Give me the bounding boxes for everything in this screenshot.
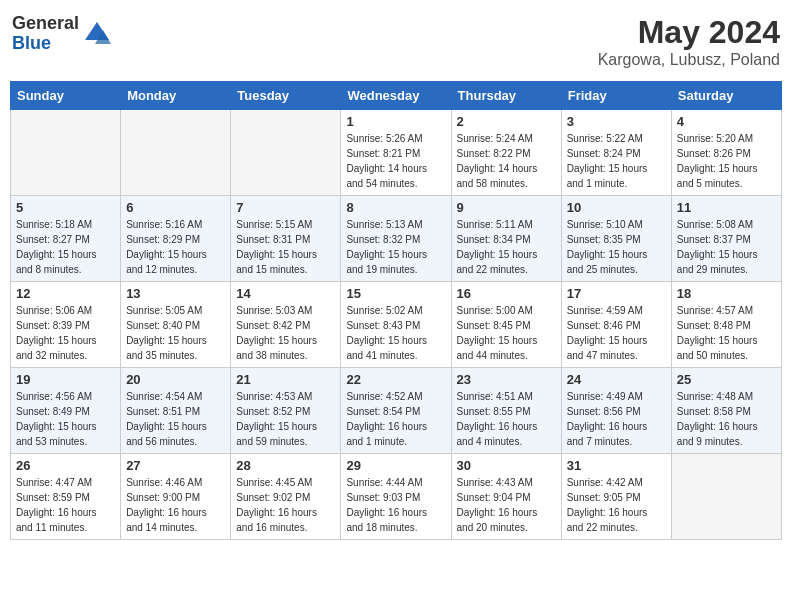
day-number: 2 <box>457 114 556 129</box>
day-info: Sunrise: 5:22 AM Sunset: 8:24 PM Dayligh… <box>567 131 666 191</box>
weekday-header-tuesday: Tuesday <box>231 82 341 110</box>
page-header: General Blue May 2024 Kargowa, Lubusz, P… <box>10 10 782 73</box>
calendar-cell: 9Sunrise: 5:11 AM Sunset: 8:34 PM Daylig… <box>451 196 561 282</box>
day-number: 20 <box>126 372 225 387</box>
day-number: 25 <box>677 372 776 387</box>
calendar-cell: 29Sunrise: 4:44 AM Sunset: 9:03 PM Dayli… <box>341 454 451 540</box>
day-number: 27 <box>126 458 225 473</box>
weekday-header-monday: Monday <box>121 82 231 110</box>
day-number: 23 <box>457 372 556 387</box>
day-number: 6 <box>126 200 225 215</box>
calendar-cell: 10Sunrise: 5:10 AM Sunset: 8:35 PM Dayli… <box>561 196 671 282</box>
calendar-cell: 6Sunrise: 5:16 AM Sunset: 8:29 PM Daylig… <box>121 196 231 282</box>
calendar-cell: 28Sunrise: 4:45 AM Sunset: 9:02 PM Dayli… <box>231 454 341 540</box>
calendar-cell: 17Sunrise: 4:59 AM Sunset: 8:46 PM Dayli… <box>561 282 671 368</box>
calendar-cell: 11Sunrise: 5:08 AM Sunset: 8:37 PM Dayli… <box>671 196 781 282</box>
day-number: 14 <box>236 286 335 301</box>
calendar-week-row: 19Sunrise: 4:56 AM Sunset: 8:49 PM Dayli… <box>11 368 782 454</box>
logo-blue: Blue <box>12 34 79 54</box>
calendar-cell: 22Sunrise: 4:52 AM Sunset: 8:54 PM Dayli… <box>341 368 451 454</box>
title-block: May 2024 Kargowa, Lubusz, Poland <box>598 14 780 69</box>
day-number: 17 <box>567 286 666 301</box>
day-info: Sunrise: 5:10 AM Sunset: 8:35 PM Dayligh… <box>567 217 666 277</box>
calendar-week-row: 12Sunrise: 5:06 AM Sunset: 8:39 PM Dayli… <box>11 282 782 368</box>
calendar-cell: 15Sunrise: 5:02 AM Sunset: 8:43 PM Dayli… <box>341 282 451 368</box>
day-number: 11 <box>677 200 776 215</box>
day-number: 18 <box>677 286 776 301</box>
day-info: Sunrise: 4:59 AM Sunset: 8:46 PM Dayligh… <box>567 303 666 363</box>
day-number: 1 <box>346 114 445 129</box>
calendar-cell <box>231 110 341 196</box>
calendar-cell: 4Sunrise: 5:20 AM Sunset: 8:26 PM Daylig… <box>671 110 781 196</box>
day-info: Sunrise: 5:13 AM Sunset: 8:32 PM Dayligh… <box>346 217 445 277</box>
day-number: 9 <box>457 200 556 215</box>
calendar-cell: 30Sunrise: 4:43 AM Sunset: 9:04 PM Dayli… <box>451 454 561 540</box>
calendar-cell: 12Sunrise: 5:06 AM Sunset: 8:39 PM Dayli… <box>11 282 121 368</box>
day-number: 7 <box>236 200 335 215</box>
main-title: May 2024 <box>598 14 780 51</box>
calendar-week-row: 26Sunrise: 4:47 AM Sunset: 8:59 PM Dayli… <box>11 454 782 540</box>
day-info: Sunrise: 5:16 AM Sunset: 8:29 PM Dayligh… <box>126 217 225 277</box>
calendar-cell: 13Sunrise: 5:05 AM Sunset: 8:40 PM Dayli… <box>121 282 231 368</box>
calendar-cell: 8Sunrise: 5:13 AM Sunset: 8:32 PM Daylig… <box>341 196 451 282</box>
weekday-header-friday: Friday <box>561 82 671 110</box>
calendar-cell <box>121 110 231 196</box>
day-info: Sunrise: 4:46 AM Sunset: 9:00 PM Dayligh… <box>126 475 225 535</box>
weekday-header-row: SundayMondayTuesdayWednesdayThursdayFrid… <box>11 82 782 110</box>
calendar-cell: 26Sunrise: 4:47 AM Sunset: 8:59 PM Dayli… <box>11 454 121 540</box>
day-number: 8 <box>346 200 445 215</box>
day-info: Sunrise: 4:54 AM Sunset: 8:51 PM Dayligh… <box>126 389 225 449</box>
day-number: 12 <box>16 286 115 301</box>
calendar-table: SundayMondayTuesdayWednesdayThursdayFrid… <box>10 81 782 540</box>
day-info: Sunrise: 5:02 AM Sunset: 8:43 PM Dayligh… <box>346 303 445 363</box>
day-info: Sunrise: 5:18 AM Sunset: 8:27 PM Dayligh… <box>16 217 115 277</box>
day-info: Sunrise: 5:20 AM Sunset: 8:26 PM Dayligh… <box>677 131 776 191</box>
subtitle: Kargowa, Lubusz, Poland <box>598 51 780 69</box>
calendar-cell <box>671 454 781 540</box>
day-info: Sunrise: 5:26 AM Sunset: 8:21 PM Dayligh… <box>346 131 445 191</box>
day-info: Sunrise: 4:48 AM Sunset: 8:58 PM Dayligh… <box>677 389 776 449</box>
day-number: 4 <box>677 114 776 129</box>
weekday-header-thursday: Thursday <box>451 82 561 110</box>
calendar-week-row: 5Sunrise: 5:18 AM Sunset: 8:27 PM Daylig… <box>11 196 782 282</box>
day-info: Sunrise: 4:42 AM Sunset: 9:05 PM Dayligh… <box>567 475 666 535</box>
day-info: Sunrise: 4:43 AM Sunset: 9:04 PM Dayligh… <box>457 475 556 535</box>
day-number: 26 <box>16 458 115 473</box>
day-info: Sunrise: 4:52 AM Sunset: 8:54 PM Dayligh… <box>346 389 445 449</box>
day-info: Sunrise: 5:05 AM Sunset: 8:40 PM Dayligh… <box>126 303 225 363</box>
calendar-cell <box>11 110 121 196</box>
day-number: 28 <box>236 458 335 473</box>
day-number: 22 <box>346 372 445 387</box>
day-info: Sunrise: 4:51 AM Sunset: 8:55 PM Dayligh… <box>457 389 556 449</box>
weekday-header-wednesday: Wednesday <box>341 82 451 110</box>
day-info: Sunrise: 5:06 AM Sunset: 8:39 PM Dayligh… <box>16 303 115 363</box>
day-number: 5 <box>16 200 115 215</box>
day-number: 30 <box>457 458 556 473</box>
day-info: Sunrise: 4:45 AM Sunset: 9:02 PM Dayligh… <box>236 475 335 535</box>
day-number: 21 <box>236 372 335 387</box>
day-number: 19 <box>16 372 115 387</box>
day-info: Sunrise: 4:57 AM Sunset: 8:48 PM Dayligh… <box>677 303 776 363</box>
weekday-header-sunday: Sunday <box>11 82 121 110</box>
day-number: 13 <box>126 286 225 301</box>
logo-icon <box>83 20 111 48</box>
logo-general: General <box>12 14 79 34</box>
day-info: Sunrise: 5:00 AM Sunset: 8:45 PM Dayligh… <box>457 303 556 363</box>
day-info: Sunrise: 5:15 AM Sunset: 8:31 PM Dayligh… <box>236 217 335 277</box>
day-number: 10 <box>567 200 666 215</box>
calendar-cell: 1Sunrise: 5:26 AM Sunset: 8:21 PM Daylig… <box>341 110 451 196</box>
day-number: 24 <box>567 372 666 387</box>
calendar-cell: 18Sunrise: 4:57 AM Sunset: 8:48 PM Dayli… <box>671 282 781 368</box>
day-info: Sunrise: 4:47 AM Sunset: 8:59 PM Dayligh… <box>16 475 115 535</box>
calendar-cell: 23Sunrise: 4:51 AM Sunset: 8:55 PM Dayli… <box>451 368 561 454</box>
calendar-cell: 16Sunrise: 5:00 AM Sunset: 8:45 PM Dayli… <box>451 282 561 368</box>
day-number: 3 <box>567 114 666 129</box>
calendar-cell: 2Sunrise: 5:24 AM Sunset: 8:22 PM Daylig… <box>451 110 561 196</box>
day-info: Sunrise: 5:24 AM Sunset: 8:22 PM Dayligh… <box>457 131 556 191</box>
day-number: 29 <box>346 458 445 473</box>
day-info: Sunrise: 4:49 AM Sunset: 8:56 PM Dayligh… <box>567 389 666 449</box>
calendar-cell: 19Sunrise: 4:56 AM Sunset: 8:49 PM Dayli… <box>11 368 121 454</box>
calendar-cell: 27Sunrise: 4:46 AM Sunset: 9:00 PM Dayli… <box>121 454 231 540</box>
day-info: Sunrise: 5:08 AM Sunset: 8:37 PM Dayligh… <box>677 217 776 277</box>
calendar-cell: 21Sunrise: 4:53 AM Sunset: 8:52 PM Dayli… <box>231 368 341 454</box>
